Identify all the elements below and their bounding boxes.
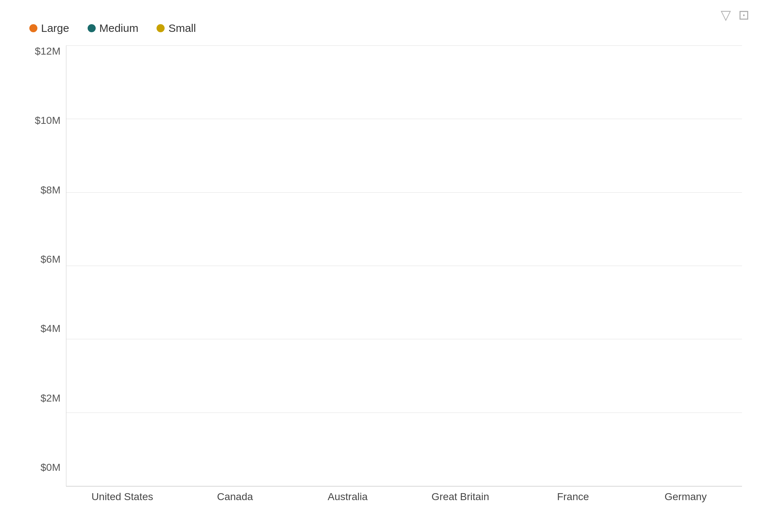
grid-line (66, 266, 742, 266)
grid-line (66, 45, 742, 46)
expand-icon[interactable]: ⊡ (738, 7, 749, 23)
y-axis-label: $12M (29, 45, 66, 57)
filter-icon-area: ▽ ⊡ (721, 7, 749, 23)
legend-item-large: Large (29, 22, 69, 34)
grid-line (66, 486, 742, 486)
legend-item-medium: Medium (88, 22, 139, 34)
legend-label-medium: Medium (99, 22, 139, 34)
y-axis: $0M$2M$4M$6M$8M$10M$12M (29, 45, 66, 503)
grid-line (66, 413, 742, 413)
grid-lines (66, 45, 742, 486)
y-axis-label: $4M (29, 323, 66, 335)
x-label-united-states: United States (66, 491, 179, 503)
grid-line (66, 339, 742, 339)
x-label-france: France (517, 491, 629, 503)
filter-icon[interactable]: ▽ (721, 7, 731, 23)
plot-area: United StatesCanadaAustraliaGreat Britai… (66, 45, 742, 503)
legend-label-large: Large (41, 22, 69, 34)
y-axis-label: $0M (29, 462, 66, 473)
y-axis-label: $2M (29, 392, 66, 404)
legend-item-small: Small (157, 22, 196, 34)
x-labels: United StatesCanadaAustraliaGreat Britai… (66, 491, 742, 503)
chart-container: LargeMediumSmall $0M$2M$4M$6M$8M$10M$12M… (0, 0, 764, 532)
legend-dot-small (157, 24, 165, 32)
y-axis-label: $6M (29, 254, 66, 265)
x-label-germany: Germany (629, 491, 742, 503)
bars-area (66, 45, 742, 487)
y-axis-label: $8M (29, 184, 66, 196)
x-label-great-britain: Great Britain (404, 491, 517, 503)
y-axis-label: $10M (29, 115, 66, 126)
grid-line (66, 119, 742, 119)
grid-line (66, 192, 742, 193)
chart-area: $0M$2M$4M$6M$8M$10M$12M United StatesCan… (29, 45, 742, 503)
x-label-australia: Australia (291, 491, 404, 503)
legend: LargeMediumSmall (29, 22, 742, 34)
legend-dot-medium (88, 24, 96, 32)
legend-dot-large (29, 24, 37, 32)
x-label-canada: Canada (179, 491, 291, 503)
legend-label-small: Small (168, 22, 196, 34)
